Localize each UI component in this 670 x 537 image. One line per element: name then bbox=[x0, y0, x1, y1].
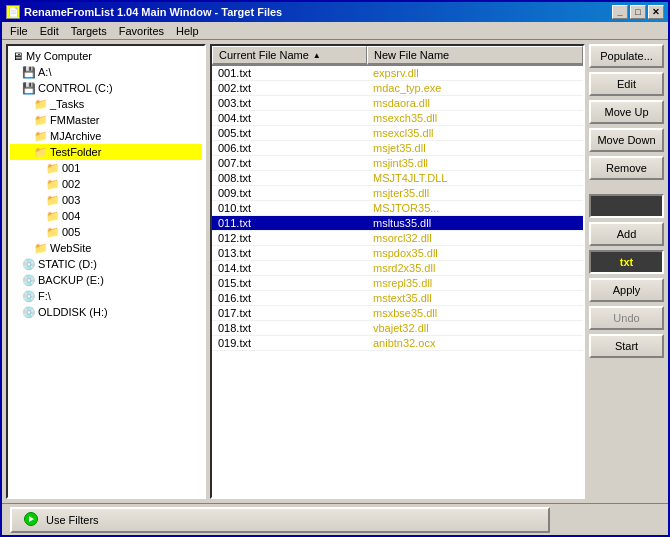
table-row[interactable]: 010.txt MSJTOR35... bbox=[212, 201, 583, 216]
table-row[interactable]: 006.txt msjet35.dll bbox=[212, 141, 583, 156]
cell-current: 013.txt bbox=[212, 246, 367, 260]
table-row[interactable]: 014.txt msrd2x35.dll bbox=[212, 261, 583, 276]
table-row[interactable]: 017.txt msxbse35.dll bbox=[212, 306, 583, 321]
tree-mjarchive[interactable]: 📁 MJArchive bbox=[10, 128, 202, 144]
window-title: RenameFromList 1.04 Main Window - Target… bbox=[24, 6, 282, 18]
title-bar-buttons: _ □ ✕ bbox=[612, 5, 664, 19]
cell-current: 010.txt bbox=[212, 201, 367, 215]
add-button[interactable]: Add bbox=[589, 222, 664, 246]
table-row[interactable]: 004.txt msexch35.dll bbox=[212, 111, 583, 126]
tree-003[interactable]: 📁 003 bbox=[10, 192, 202, 208]
cell-new: msdaora.dll bbox=[367, 96, 583, 110]
cell-current: 002.txt bbox=[212, 81, 367, 95]
move-down-button[interactable]: Move Down bbox=[589, 128, 664, 152]
table-row[interactable]: 019.txt anibtn32.ocx bbox=[212, 336, 583, 351]
menu-file[interactable]: File bbox=[6, 24, 32, 37]
table-row[interactable]: 009.txt msjter35.dll bbox=[212, 186, 583, 201]
move-up-button[interactable]: Move Up bbox=[589, 100, 664, 124]
main-window: 📄 RenameFromList 1.04 Main Window - Targ… bbox=[0, 0, 670, 537]
menu-help[interactable]: Help bbox=[172, 24, 203, 37]
file-table[interactable]: Current File Name ▲ New File Name 001.tx… bbox=[210, 44, 585, 499]
tree-c-drive[interactable]: 💾 CONTROL (C:) bbox=[10, 80, 202, 96]
table-row[interactable]: 008.txt MSJT4JLT.DLL bbox=[212, 171, 583, 186]
cell-current: 017.txt bbox=[212, 306, 367, 320]
table-row[interactable]: 012.txt msorcl32.dll bbox=[212, 231, 583, 246]
tree-my-computer[interactable]: 🖥 My Computer bbox=[10, 48, 202, 64]
table-row[interactable]: 007.txt msjint35.dll bbox=[212, 156, 583, 171]
close-button[interactable]: ✕ bbox=[648, 5, 664, 19]
folder-004-icon: 📁 bbox=[46, 209, 60, 223]
right-panel: Populate...EditMove UpMove DownRemoveAdd… bbox=[589, 44, 664, 499]
cell-current: 015.txt bbox=[212, 276, 367, 290]
menu-targets[interactable]: Targets bbox=[67, 24, 111, 37]
folder-005-icon: 📁 bbox=[46, 225, 60, 239]
drive-c-icon: 💾 bbox=[22, 81, 36, 95]
cell-current: 016.txt bbox=[212, 291, 367, 305]
use-filters-button[interactable]: Use Filters bbox=[10, 507, 550, 533]
minimize-button[interactable]: _ bbox=[612, 5, 628, 19]
cell-new: msexcl35.dll bbox=[367, 126, 583, 140]
populate-button[interactable]: Populate... bbox=[589, 44, 664, 68]
cell-new: msltus35.dll bbox=[367, 216, 583, 230]
edit-button[interactable]: Edit bbox=[589, 72, 664, 96]
table-row[interactable]: 003.txt msdaora.dll bbox=[212, 96, 583, 111]
table-row[interactable]: 016.txt mstext35.dll bbox=[212, 291, 583, 306]
folder-mjarchive-icon: 📁 bbox=[34, 129, 48, 143]
col-header-current[interactable]: Current File Name ▲ bbox=[212, 46, 367, 65]
table-row[interactable]: 013.txt mspdox35.dll bbox=[212, 246, 583, 261]
cell-new: msexch35.dll bbox=[367, 111, 583, 125]
tree-panel[interactable]: 🖥 My Computer 💾 A:\ 💾 CONTROL (C:) 📁 _Ta… bbox=[6, 44, 206, 499]
table-row[interactable]: 002.txt mdac_typ.exe bbox=[212, 81, 583, 96]
cell-current: 009.txt bbox=[212, 186, 367, 200]
maximize-button[interactable]: □ bbox=[630, 5, 646, 19]
cell-new: msjet35.dll bbox=[367, 141, 583, 155]
cell-new: anibtn32.ocx bbox=[367, 336, 583, 350]
tree-website[interactable]: 📁 WebSite bbox=[10, 240, 202, 256]
table-row[interactable]: 011.txt msltus35.dll bbox=[212, 216, 583, 231]
cell-new: mstext35.dll bbox=[367, 291, 583, 305]
apply-button[interactable]: Apply bbox=[589, 278, 664, 302]
cell-current: 004.txt bbox=[212, 111, 367, 125]
start-button[interactable]: Start bbox=[589, 334, 664, 358]
table-row[interactable]: 001.txt expsrv.dll bbox=[212, 66, 583, 81]
cell-new: MSJTOR35... bbox=[367, 201, 583, 215]
menu-favorites[interactable]: Favorites bbox=[115, 24, 168, 37]
cell-new: msjint35.dll bbox=[367, 156, 583, 170]
ext-input-display[interactable] bbox=[589, 194, 664, 218]
tree-tasks[interactable]: 📁 _Tasks bbox=[10, 96, 202, 112]
tree-f-drive[interactable]: 💿 F:\ bbox=[10, 288, 202, 304]
cell-current: 012.txt bbox=[212, 231, 367, 245]
menu-edit[interactable]: Edit bbox=[36, 24, 63, 37]
cell-current: 007.txt bbox=[212, 156, 367, 170]
drive-d-icon: 💿 bbox=[22, 257, 36, 271]
tree-fmmaster[interactable]: 📁 FMMaster bbox=[10, 112, 202, 128]
remove-button[interactable]: Remove bbox=[589, 156, 664, 180]
main-content: 🖥 My Computer 💾 A:\ 💾 CONTROL (C:) 📁 _Ta… bbox=[2, 40, 668, 503]
folder-tasks-icon: 📁 bbox=[34, 97, 48, 111]
title-bar-left: 📄 RenameFromList 1.04 Main Window - Targ… bbox=[6, 5, 282, 19]
tree-005[interactable]: 📁 005 bbox=[10, 224, 202, 240]
drive-h-icon: 💿 bbox=[22, 305, 36, 319]
cell-new: msxbse35.dll bbox=[367, 306, 583, 320]
tree-testfolder[interactable]: 📁 TestFolder bbox=[10, 144, 202, 160]
table-row[interactable]: 018.txt vbajet32.dll bbox=[212, 321, 583, 336]
folder-001-icon: 📁 bbox=[46, 161, 60, 175]
tree-002[interactable]: 📁 002 bbox=[10, 176, 202, 192]
cell-current: 001.txt bbox=[212, 66, 367, 80]
tree-001[interactable]: 📁 001 bbox=[10, 160, 202, 176]
cell-new: msrd2x35.dll bbox=[367, 261, 583, 275]
drive-f-icon: 💿 bbox=[22, 289, 36, 303]
tree-a-drive[interactable]: 💾 A:\ bbox=[10, 64, 202, 80]
table-row[interactable]: 015.txt msrepl35.dll bbox=[212, 276, 583, 291]
tree-h-drive[interactable]: 💿 OLDDISK (H:) bbox=[10, 304, 202, 320]
table-row[interactable]: 005.txt msexcl35.dll bbox=[212, 126, 583, 141]
use-filters-label: Use Filters bbox=[46, 514, 99, 526]
col-header-new[interactable]: New File Name bbox=[367, 46, 583, 65]
tree-e-drive[interactable]: 💿 BACKUP (E:) bbox=[10, 272, 202, 288]
cell-current: 006.txt bbox=[212, 141, 367, 155]
cell-current: 014.txt bbox=[212, 261, 367, 275]
tree-004[interactable]: 📁 004 bbox=[10, 208, 202, 224]
middle-panel: Current File Name ▲ New File Name 001.tx… bbox=[210, 44, 585, 499]
tree-d-drive[interactable]: 💿 STATIC (D:) bbox=[10, 256, 202, 272]
undo-button[interactable]: Undo bbox=[589, 306, 664, 330]
